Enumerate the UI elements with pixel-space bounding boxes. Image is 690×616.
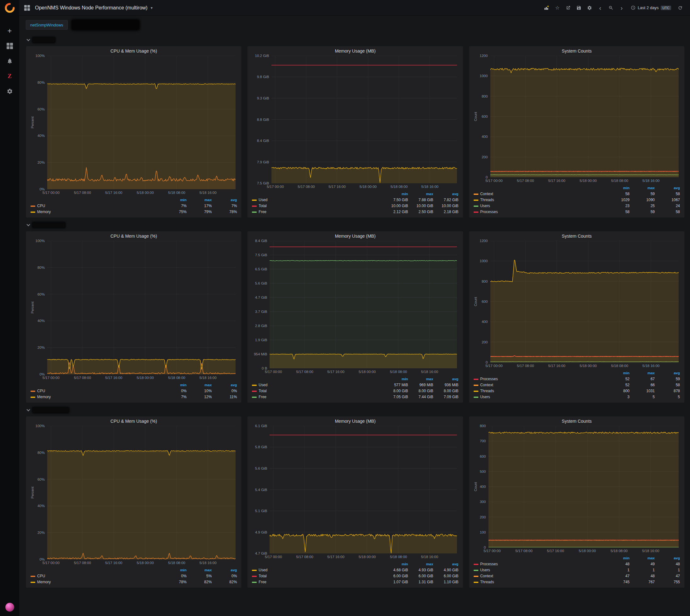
- settings-gear-icon[interactable]: [585, 3, 594, 13]
- legend-header-min[interactable]: min: [604, 555, 629, 561]
- legend-header-avg[interactable]: avg: [212, 197, 237, 203]
- dashboard-title[interactable]: OpenNMS Windows Node Performance (multir…: [35, 5, 147, 11]
- panel-title[interactable]: Memory Usage (MB): [251, 416, 459, 426]
- legend-header-max[interactable]: max: [629, 370, 655, 376]
- dashboard-row-header[interactable]: [26, 35, 685, 45]
- row-collapse-chevron-icon[interactable]: [26, 38, 30, 41]
- dashboard-row-header[interactable]: [26, 405, 685, 415]
- legend-header-max[interactable]: max: [187, 382, 212, 388]
- row-collapse-chevron-icon[interactable]: [26, 408, 30, 411]
- variable-node-label[interactable]: netSnmpWindows: [26, 20, 68, 29]
- legend-header-max[interactable]: max: [187, 567, 212, 573]
- chart-plot-area[interactable]: [47, 56, 236, 189]
- legend-header-max[interactable]: max: [408, 561, 433, 567]
- legend-series-used[interactable]: Used: [252, 382, 383, 388]
- legend-series-context[interactable]: Context: [474, 382, 604, 388]
- legend-header-avg[interactable]: avg: [655, 185, 680, 191]
- legend-header-avg[interactable]: avg: [433, 376, 458, 382]
- legend-series-threads[interactable]: Threads: [474, 579, 604, 585]
- time-forward-chevron-icon[interactable]: ›: [617, 3, 626, 13]
- legend-series-threads[interactable]: Threads: [474, 388, 604, 394]
- legend-header-max[interactable]: max: [408, 376, 433, 382]
- share-icon[interactable]: [563, 3, 573, 13]
- legend-header-min[interactable]: min: [383, 191, 408, 197]
- chart-plot-area[interactable]: [47, 241, 236, 374]
- zabbix-app-icon[interactable]: Z: [6, 73, 13, 80]
- legend-series-free[interactable]: Free: [252, 579, 383, 585]
- legend-header-min[interactable]: min: [383, 376, 408, 382]
- row-collapse-chevron-icon[interactable]: [26, 223, 30, 226]
- refresh-icon[interactable]: [675, 3, 685, 13]
- legend-series-used[interactable]: Used: [252, 567, 383, 573]
- legend-header-min[interactable]: min: [604, 370, 629, 376]
- panel-title[interactable]: System Counts: [473, 46, 681, 56]
- legend-header-avg[interactable]: avg: [433, 191, 458, 197]
- add-panel-icon[interactable]: [542, 3, 552, 13]
- legend-header-min[interactable]: min: [161, 197, 187, 203]
- legend-series-cpu[interactable]: CPU: [30, 573, 161, 579]
- legend-series-free[interactable]: Free: [252, 394, 383, 400]
- legend-header-max[interactable]: max: [408, 191, 433, 197]
- zoom-out-icon[interactable]: [606, 3, 616, 13]
- panel-title[interactable]: System Counts: [473, 416, 681, 426]
- dashboard-row-header[interactable]: [26, 220, 685, 230]
- legend-header-avg[interactable]: avg: [433, 561, 458, 567]
- legend-header-min[interactable]: min: [161, 382, 187, 388]
- chart-plot-area[interactable]: [489, 426, 679, 547]
- legend-header-min[interactable]: min: [604, 185, 629, 191]
- create-plus-icon[interactable]: +: [6, 27, 13, 34]
- legend-series-users[interactable]: Users: [474, 567, 604, 573]
- legend-series-cpu[interactable]: CPU: [30, 203, 161, 209]
- save-icon[interactable]: [574, 3, 584, 13]
- server-admin-gear-icon[interactable]: [6, 88, 13, 95]
- time-picker[interactable]: Last 2 days UTC: [628, 4, 674, 12]
- chart-plot-area[interactable]: [47, 426, 236, 559]
- legend-series-processes[interactable]: Processes: [474, 561, 604, 567]
- dashboards-icon[interactable]: [6, 43, 13, 49]
- legend-series-memory[interactable]: Memory: [30, 209, 161, 215]
- legend-series-processes[interactable]: Processes: [474, 376, 604, 382]
- legend-series-context[interactable]: Context: [474, 191, 604, 197]
- legend-series-used[interactable]: Used: [252, 197, 383, 203]
- panel-title[interactable]: CPU & Mem Usage (%): [30, 232, 237, 241]
- dashboard-grid-icon[interactable]: [24, 5, 30, 11]
- legend-series-memory[interactable]: Memory: [30, 394, 161, 400]
- chart-plot-area[interactable]: [269, 426, 457, 553]
- alerting-bell-icon[interactable]: [6, 58, 13, 65]
- legend-header-max[interactable]: max: [187, 197, 212, 203]
- panel-title[interactable]: System Counts: [473, 232, 681, 241]
- star-icon[interactable]: ☆: [553, 3, 562, 13]
- grafana-logo[interactable]: [5, 3, 15, 13]
- legend-header-min[interactable]: min: [161, 567, 187, 573]
- chart-plot-area[interactable]: [269, 241, 457, 368]
- panel-title[interactable]: CPU & Mem Usage (%): [30, 46, 237, 56]
- legend-series-memory[interactable]: Memory: [30, 579, 161, 585]
- legend-series-free[interactable]: Free: [252, 209, 383, 215]
- legend-series-users[interactable]: Users: [474, 203, 604, 209]
- legend-header-max[interactable]: max: [629, 555, 655, 561]
- legend-header-min[interactable]: min: [383, 561, 408, 567]
- legend-series-total[interactable]: Total: [252, 203, 383, 209]
- legend-series-context[interactable]: Context: [474, 573, 604, 579]
- legend-header-avg[interactable]: avg: [655, 370, 680, 376]
- legend-series-cpu[interactable]: CPU: [30, 388, 161, 394]
- legend-header-avg[interactable]: avg: [212, 567, 237, 573]
- chart-plot-area[interactable]: [490, 241, 679, 362]
- legend-series-users[interactable]: Users: [474, 394, 604, 400]
- legend-series-processes[interactable]: Processes: [474, 209, 604, 215]
- panel-title[interactable]: Memory Usage (MB): [251, 46, 459, 56]
- legend-header-max[interactable]: max: [629, 185, 655, 191]
- legend-header-avg[interactable]: avg: [655, 555, 680, 561]
- legend-series-threads[interactable]: Threads: [474, 197, 604, 203]
- panel-title[interactable]: CPU & Mem Usage (%): [30, 416, 237, 426]
- user-avatar[interactable]: [5, 603, 14, 612]
- legend-series-total[interactable]: Total: [252, 573, 383, 579]
- caret-down-icon[interactable]: ▾: [151, 6, 152, 10]
- legend-series-total[interactable]: Total: [252, 388, 383, 394]
- chart-plot-area[interactable]: [272, 56, 457, 183]
- panel-title[interactable]: Memory Usage (MB): [251, 232, 459, 241]
- variable-value-redacted[interactable]: [72, 20, 139, 29]
- time-back-chevron-icon[interactable]: ‹: [596, 3, 605, 13]
- chart-plot-area[interactable]: [490, 56, 679, 177]
- legend-header-avg[interactable]: avg: [212, 382, 237, 388]
